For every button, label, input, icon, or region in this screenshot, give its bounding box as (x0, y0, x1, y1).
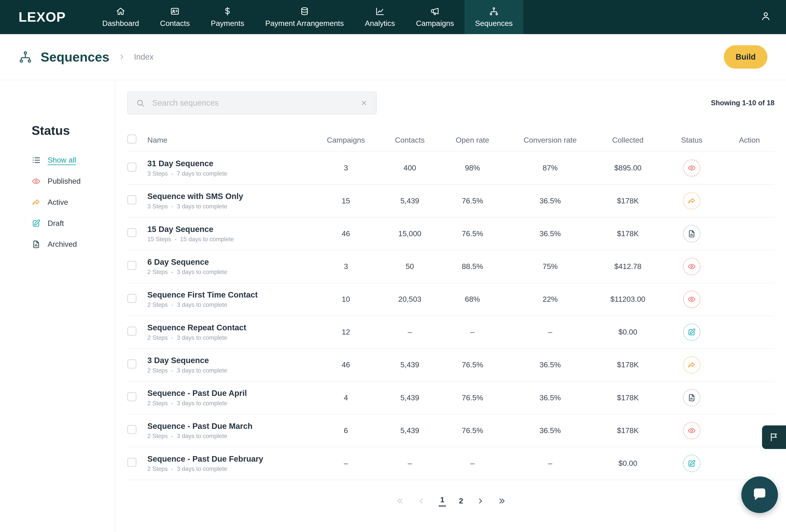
status-badge[interactable] (683, 356, 700, 373)
status-badge[interactable] (683, 192, 700, 210)
status-cell (659, 258, 724, 275)
row-actions-button[interactable] (724, 294, 775, 304)
sequence-name[interactable]: 3 Day Sequence (147, 356, 313, 365)
row-checkbox[interactable] (128, 195, 136, 204)
ellipsis-icon (745, 229, 754, 239)
pagination-icon (476, 497, 485, 505)
row-actions-button[interactable] (724, 262, 775, 271)
nav-item[interactable]: Payment Arrangements (255, 0, 354, 34)
row-checkbox[interactable] (128, 228, 136, 237)
pagination-item[interactable] (498, 497, 506, 505)
build-button[interactable]: Build (724, 45, 767, 69)
select-all-checkbox[interactable] (128, 135, 136, 144)
open-rate-cell: 76.5% (441, 197, 504, 205)
pagination-icon (417, 497, 425, 505)
status-badge[interactable] (683, 290, 700, 308)
collected-cell: $178K (597, 197, 659, 205)
row-checkbox[interactable] (128, 163, 136, 172)
row-actions-button[interactable] (724, 360, 775, 370)
toolbar: Showing 1-10 of 18 (128, 92, 775, 114)
pagination-item[interactable] (476, 497, 485, 505)
row-actions-button[interactable] (724, 459, 775, 468)
row-checkbox[interactable] (128, 392, 136, 401)
status-icon (688, 459, 696, 467)
column-header-status: Status (659, 136, 724, 144)
status-badge[interactable] (683, 422, 700, 439)
pagination-item[interactable]: 2 (459, 497, 463, 505)
sequence-name[interactable]: Sequence - Past Due March (147, 421, 313, 431)
row-checkbox[interactable] (128, 261, 136, 270)
nav-item[interactable]: Campaigns (406, 0, 465, 34)
subtitle-dash: - (171, 400, 173, 407)
nav-item[interactable]: Contacts (149, 0, 200, 34)
status-cell (659, 356, 724, 373)
conversion-rate-cell: 87% (504, 164, 597, 172)
column-header-open-rate: Open rate (441, 136, 504, 144)
status-filter-item[interactable]: Show all (32, 156, 115, 165)
row-checkbox[interactable] (128, 327, 136, 336)
nav-item-label: Payment Arrangements (265, 19, 344, 28)
table-row: Sequence - Past Due March 2 Steps - 3 da… (128, 414, 775, 447)
status-filter-item[interactable]: Draft (32, 219, 115, 228)
nav-item[interactable]: Payments (200, 0, 255, 34)
column-header-collected: Collected (597, 136, 659, 144)
chat-widget-button[interactable] (741, 477, 778, 513)
status-cell (659, 323, 724, 341)
subtitle-dash: - (171, 301, 173, 308)
search-box[interactable] (128, 92, 376, 114)
status-filter-item[interactable]: Active (32, 198, 115, 207)
row-checkbox[interactable] (128, 425, 136, 434)
sequence-name[interactable]: 31 Day Sequence (147, 159, 313, 168)
sequence-name[interactable]: Sequence - Past Due February (147, 454, 313, 464)
status-badge[interactable] (683, 389, 700, 406)
row-actions-button[interactable] (724, 229, 775, 239)
sequence-name[interactable]: Sequence with SMS Only (147, 192, 313, 201)
brand-logo[interactable]: LEXOP (19, 9, 66, 25)
name-cell: Sequence - Past Due April 2 Steps - 3 da… (147, 389, 313, 407)
nav-item[interactable]: Dashboard (92, 0, 149, 34)
feedback-flag-button[interactable] (762, 426, 786, 449)
row-actions-button[interactable] (724, 196, 775, 206)
status-badge[interactable] (683, 159, 700, 177)
user-menu-button[interactable] (761, 11, 771, 23)
nav-item-icon (430, 6, 440, 16)
search-input[interactable] (151, 98, 354, 108)
name-cell: Sequence Repeat Contact 2 Steps - 3 days… (147, 323, 313, 341)
row-actions-button[interactable] (724, 327, 775, 337)
pagination-item[interactable] (396, 497, 404, 505)
status-filter-item[interactable]: Published (32, 177, 115, 186)
name-cell: 6 Day Sequence 2 Steps - 3 days to compl… (147, 258, 313, 275)
nav-item-label: Payments (211, 19, 244, 28)
pagination-item[interactable]: 1 (439, 495, 446, 507)
table-row: 6 Day Sequence 2 Steps - 3 days to compl… (128, 250, 775, 283)
column-header-action: Action (724, 136, 775, 144)
nav-item[interactable]: Analytics (354, 0, 406, 34)
sequence-name[interactable]: Sequence Repeat Contact (147, 323, 313, 332)
status-icon (688, 229, 696, 238)
status-badge[interactable] (683, 225, 700, 242)
row-checkbox[interactable] (128, 294, 136, 303)
clear-search-icon[interactable] (360, 99, 368, 107)
campaigns-cell: 46 (313, 361, 378, 369)
subtitle-dash: - (171, 367, 173, 374)
column-header-contacts: Contacts (378, 136, 441, 144)
pagination-item[interactable] (417, 497, 425, 505)
status-filter-item[interactable]: Archived (32, 240, 115, 249)
status-badge[interactable] (683, 258, 700, 275)
conversion-rate-cell: 36.5% (504, 229, 597, 238)
sequence-name[interactable]: 6 Day Sequence (147, 258, 313, 267)
row-actions-button[interactable] (724, 163, 775, 173)
top-navigation: LEXOP Dashboard Contacts Payments (0, 0, 786, 34)
sequence-steps: 3 Steps (147, 170, 168, 177)
column-header-campaigns: Campaigns (313, 136, 378, 144)
status-badge[interactable] (683, 455, 700, 472)
sequence-name[interactable]: 15 Day Sequence (147, 225, 313, 234)
row-actions-button[interactable] (724, 393, 775, 403)
sequence-name[interactable]: Sequence First Time Contact (147, 290, 313, 299)
sequence-name[interactable]: Sequence - Past Due April (147, 389, 313, 398)
row-checkbox[interactable] (128, 360, 136, 368)
status-badge[interactable] (683, 323, 700, 341)
row-checkbox[interactable] (128, 458, 136, 467)
sequence-subtitle: 2 Steps - 3 days to complete (147, 301, 313, 308)
nav-item[interactable]: Sequences (465, 0, 523, 34)
